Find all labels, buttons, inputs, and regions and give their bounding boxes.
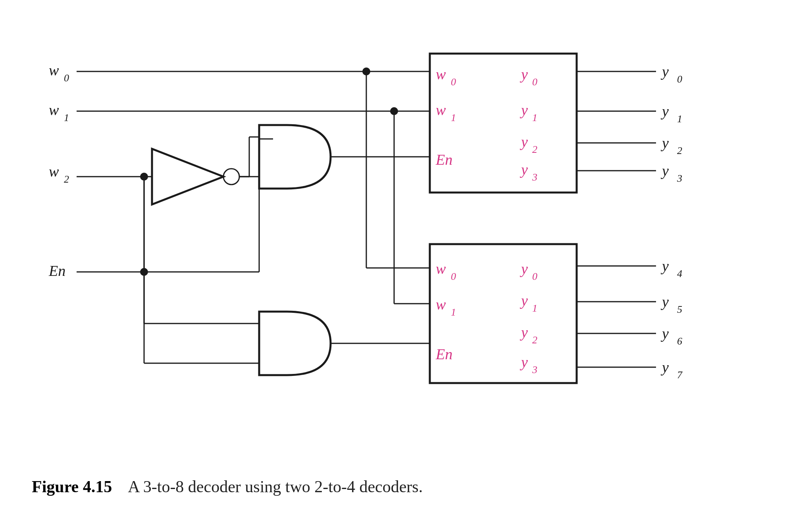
w1-sub: 1 [64,112,69,123]
out-y5: y [660,293,669,310]
w2-sub: 2 [64,173,69,185]
en-label: En [48,262,65,279]
caption-area: Figure 4.15 A 3-to-8 decoder using two 2… [32,477,780,496]
out-y0-sub: 0 [677,73,682,85]
out-y1-sub: 1 [677,113,682,125]
out-y3: y [660,162,669,179]
out-y7-sub: 7 [677,369,683,381]
bot-dec-y2: y [520,324,528,341]
out-y3-sub: 3 [677,173,682,184]
bot-dec-y1-sub: 1 [532,302,537,314]
top-dec-w1: w [436,102,446,118]
top-and-gate [259,125,331,189]
top-dec-y0-sub: 0 [532,76,537,88]
circuit-diagram: .label { font-family: 'Times New Roman',… [29,42,783,478]
w2-label: w [49,163,59,180]
out-y1: y [660,103,669,119]
out-y6-sub: 6 [677,335,682,347]
top-dec-y1: y [520,102,528,118]
w0-label: w [49,62,59,79]
bot-dec-w0: w [436,260,446,277]
bot-dec-y3: y [520,354,528,370]
bot-dec-y1: y [520,292,528,309]
out-y2: y [660,135,669,151]
top-dec-y2: y [520,133,528,150]
out-y4: y [660,258,669,274]
bottom-and-gate [259,312,331,375]
top-dec-y2-sub: 2 [532,144,537,155]
main-container: .label { font-family: 'Times New Roman',… [0,0,812,520]
bot-dec-y3-sub: 3 [532,364,537,376]
top-dec-w1-sub: 1 [451,112,456,123]
out-y5-sub: 5 [677,304,682,315]
buffer-gate [152,149,223,204]
bot-dec-y2-sub: 2 [532,334,537,346]
bot-dec-w0-sub: 0 [451,271,456,282]
top-dec-y3-sub: 3 [532,171,537,183]
out-y0: y [660,63,669,80]
top-dec-y0: y [520,66,528,83]
w0-sub: 0 [64,72,69,84]
w1-label: w [49,102,59,118]
out-y6: y [660,325,669,342]
top-dec-y3: y [520,161,528,178]
bot-dec-y0-sub: 0 [532,271,537,282]
out-y4-sub: 4 [677,268,682,279]
figure-label: Figure 4.15 [32,477,112,496]
top-dec-w0: w [436,66,446,83]
top-dec-w0-sub: 0 [451,76,456,88]
top-dec-en: En [435,151,452,168]
bot-dec-w1: w [436,296,446,313]
bot-dec-en: En [435,346,452,362]
out-y2-sub: 2 [677,145,682,156]
bot-dec-y0: y [520,260,528,277]
figure-text: A 3-to-8 decoder using two 2-to-4 decode… [128,477,423,496]
top-dec-y1-sub: 1 [532,112,537,123]
out-y7: y [660,359,669,376]
bot-dec-w1-sub: 1 [451,306,456,318]
